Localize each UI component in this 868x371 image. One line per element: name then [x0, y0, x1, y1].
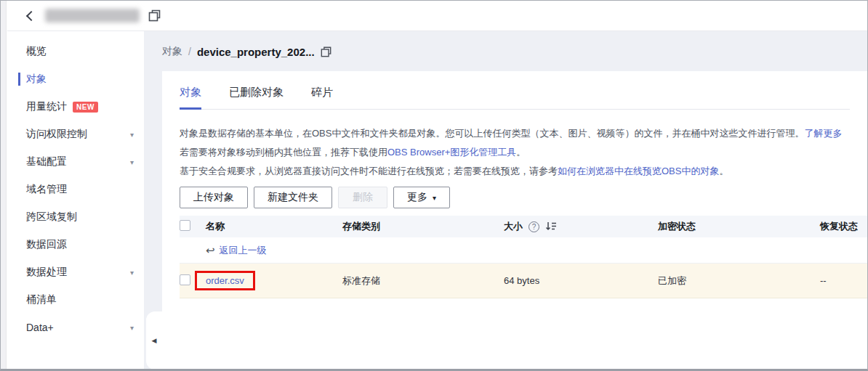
sidebar-item-bucket-inventory[interactable]: 桶清单 — [7, 286, 144, 314]
topbar — [7, 1, 867, 31]
sidebar-item-label: 基础配置 — [26, 155, 130, 168]
chevron-down-icon: ▾ — [130, 324, 134, 332]
sidebar-item-overview[interactable]: 概览 — [7, 38, 144, 65]
column-header-storage-class: 存储类别 — [342, 220, 504, 233]
table-header-row: 名称 存储类别 大小 ? 加密状态 恢复状态 — [180, 216, 867, 237]
sidebar-item-basic-config[interactable]: 基础配置 ▾ — [7, 148, 144, 176]
return-arrow-icon: ↩ — [206, 244, 215, 257]
tab-fragments[interactable]: 碎片 — [311, 86, 333, 109]
description-text: 基于安全合规要求，从浏览器直接访问文件时不能进行在线预览；若需要在线预览，请参考 — [180, 166, 558, 176]
sidebar-item-back-to-source[interactable]: 数据回源 — [7, 231, 144, 258]
redacted-bucket-name — [45, 9, 140, 23]
sidebar-item-label: 用量统计 — [26, 100, 67, 113]
description-line-1: 对象是数据存储的基本单位，在OBS中文件和文件夹都是对象。您可以上传任何类型（文… — [180, 124, 867, 143]
delete-button[interactable]: 删除 — [338, 187, 387, 208]
description-text: 。 — [516, 147, 526, 158]
content-card: 对象 已删除对象 碎片 对象是数据存储的基本单位，在OBS中文件和文件夹都是对象… — [162, 71, 867, 369]
row-checkbox[interactable] — [180, 274, 190, 285]
column-header-restore-status: 恢复状态 — [820, 220, 867, 233]
sidebar-item-label: 概览 — [26, 45, 134, 58]
annotation-highlight-box: order.csv — [195, 271, 255, 290]
obs-console-window: 概览 对象 用量统计 NEW 访问权限控制 ▾ 基础配置 ▾ 域名管理 跨区域复… — [0, 0, 868, 371]
description-line-2: 若需要将对象移动到桶内其他位置，推荐下载使用OBS Browser+图形化管理工… — [180, 143, 867, 162]
column-header-name: 名称 — [206, 220, 342, 233]
tab-bar: 对象 已删除对象 碎片 — [180, 71, 850, 110]
more-button-label: 更多 — [407, 191, 427, 204]
select-all-checkbox[interactable] — [180, 220, 190, 231]
object-name-link[interactable]: order.csv — [206, 275, 244, 286]
sidebar-item-objects[interactable]: 对象 — [7, 65, 144, 93]
description-text: 对象是数据存储的基本单位，在OBS中文件和文件夹都是对象。您可以上传任何类型（文… — [180, 128, 804, 139]
breadcrumb-root-link[interactable]: 对象 — [162, 45, 182, 58]
sidebar-item-label: 访问权限控制 — [26, 128, 130, 141]
column-header-encryption-status: 加密状态 — [658, 220, 820, 233]
object-table: 名称 存储类别 大小 ? 加密状态 恢复状态 ↩ 返回上一 — [180, 216, 867, 298]
chevron-down-icon: ▾ — [433, 194, 436, 202]
sidebar-item-data-plus[interactable]: Data+ ▾ — [7, 314, 144, 341]
chevron-down-icon: ▾ — [130, 131, 134, 139]
description-text: 。 — [719, 166, 728, 176]
chevron-down-icon: ▾ — [130, 269, 134, 277]
sidebar-item-data-processing[interactable]: 数据处理 ▾ — [7, 258, 144, 286]
sidebar: 概览 对象 用量统计 NEW 访问权限控制 ▾ 基础配置 ▾ 域名管理 跨区域复… — [7, 31, 144, 369]
cell-restore-status: -- — [820, 275, 867, 286]
table-row: order.csv 标准存储 64 bytes 已加密 -- — [180, 264, 867, 298]
sidebar-item-access-control[interactable]: 访问权限控制 ▾ — [7, 121, 144, 148]
new-badge: NEW — [73, 102, 98, 113]
tab-objects[interactable]: 对象 — [180, 86, 201, 109]
sidebar-item-domain-mgmt[interactable]: 域名管理 — [7, 176, 144, 203]
toolbar: 上传对象 新建文件夹 删除 更多 ▾ — [180, 187, 867, 208]
more-button[interactable]: 更多 ▾ — [393, 187, 450, 208]
collapse-arrow-icon: ◀ — [152, 337, 157, 344]
breadcrumb-current-folder: device_property_202... — [197, 46, 315, 58]
breadcrumb: 对象 / device_property_202... — [162, 41, 331, 62]
main-area: 对象 / device_property_202... ◀ 对象 已删除对象 碎… — [144, 31, 867, 369]
cell-storage-class: 标准存储 — [342, 274, 504, 288]
learn-more-link[interactable]: 了解更多 — [804, 128, 842, 139]
back-icon[interactable] — [26, 10, 36, 20]
sidebar-item-label: 对象 — [26, 73, 134, 86]
description-line-3: 基于安全合规要求，从浏览器直接访问文件时不能进行在线预览；若需要在线预览，请参考… — [180, 162, 867, 181]
sidebar-item-label: Data+ — [26, 322, 130, 333]
breadcrumb-separator: / — [188, 46, 191, 57]
sidebar-item-label: 域名管理 — [26, 183, 134, 196]
window-left-gutter — [1, 1, 7, 369]
column-header-size-label: 大小 — [504, 220, 523, 233]
new-folder-button[interactable]: 新建文件夹 — [254, 187, 332, 208]
cell-size: 64 bytes — [504, 275, 658, 286]
help-icon[interactable]: ? — [529, 221, 539, 232]
chevron-down-icon: ▾ — [130, 158, 134, 166]
return-to-parent-link[interactable]: 返回上一级 — [220, 244, 267, 257]
sort-icon[interactable] — [545, 221, 557, 232]
preview-help-link[interactable]: 如何在浏览器中在线预览OBS中的对象 — [558, 166, 719, 176]
tab-deleted-objects[interactable]: 已删除对象 — [229, 86, 284, 109]
sidebar-item-cross-region-replication[interactable]: 跨区域复制 — [7, 203, 144, 231]
description-block: 对象是数据存储的基本单位，在OBS中文件和文件夹都是对象。您可以上传任何类型（文… — [180, 124, 867, 181]
obs-browser-link[interactable]: OBS Browser+图形化管理工具 — [387, 147, 516, 158]
sidebar-item-label: 桶清单 — [26, 293, 134, 306]
copy-icon[interactable] — [321, 46, 331, 57]
cell-encryption-status: 已加密 — [658, 274, 820, 288]
sidebar-item-label: 数据处理 — [26, 266, 130, 279]
description-text: 若需要将对象移动到桶内其他位置，推荐下载使用 — [180, 147, 387, 158]
return-row: ↩ 返回上一级 — [180, 237, 867, 264]
sidebar-collapse-handle[interactable]: ◀ — [146, 311, 162, 370]
copy-icon[interactable] — [148, 9, 161, 22]
sidebar-item-usage-stats[interactable]: 用量统计 NEW — [7, 93, 144, 121]
sidebar-item-label: 跨区域复制 — [26, 211, 134, 224]
sidebar-item-label: 数据回源 — [26, 238, 134, 251]
column-header-size: 大小 ? — [504, 220, 658, 233]
upload-object-button[interactable]: 上传对象 — [180, 187, 248, 208]
